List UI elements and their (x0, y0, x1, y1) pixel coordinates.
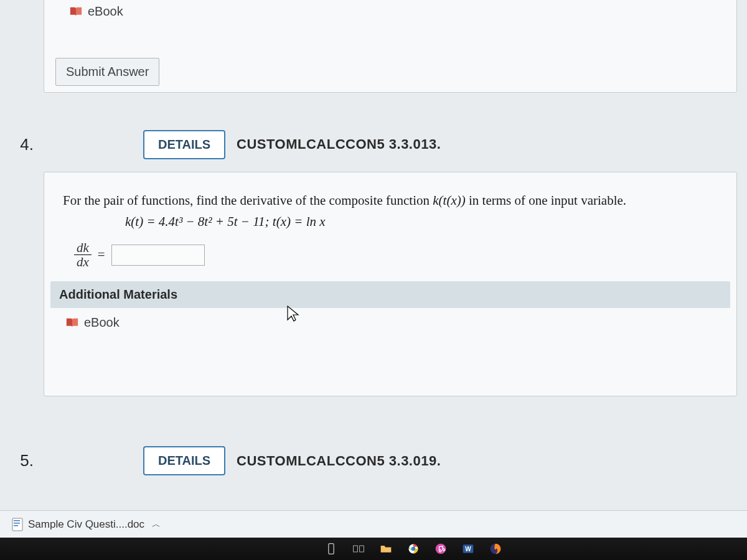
download-bar: Sample Civ Questi....doc ︿ (0, 510, 747, 538)
prompt-lead: For the pair of functions, find the deri… (63, 193, 433, 208)
additional-materials-header: Additional Materials (50, 281, 730, 308)
details-button-q5[interactable]: DETAILS (143, 446, 225, 475)
svg-rect-1 (14, 520, 20, 521)
taskbar: W (0, 538, 747, 560)
svg-text:W: W (465, 546, 471, 553)
prompt-fn: k(t(x)) (433, 193, 465, 208)
download-filename: Sample Civ Questi....doc (28, 518, 144, 531)
ebook-label: eBook (88, 4, 123, 19)
doc-icon (12, 518, 23, 531)
answer-row: dk dx = (74, 241, 718, 269)
equals-sign: = (98, 247, 105, 263)
prompt-tail: in terms of one input variable. (466, 193, 626, 208)
frac-numerator: dk (74, 241, 92, 255)
formula-text: k(t) = 4.4t³ − 8t² + 5t − 11; t(x) = ln … (125, 214, 718, 230)
question-number-4: 4. (9, 135, 34, 154)
svg-rect-3 (14, 525, 18, 526)
details-button-q4[interactable]: DETAILS (143, 130, 225, 159)
svg-rect-4 (329, 544, 334, 554)
taskbar-firefox-icon[interactable] (488, 541, 503, 556)
question-prompt: For the pair of functions, find the deri… (63, 191, 718, 211)
download-item[interactable]: Sample Civ Questi....doc ︿ (5, 515, 167, 534)
book-icon (69, 6, 83, 17)
taskbar-explorer-icon[interactable] (378, 541, 393, 556)
taskbar-phone-icon[interactable] (324, 541, 339, 556)
problem-id-q4: CUSTOMLCALCCON5 3.3.013. (237, 136, 441, 152)
answer-input[interactable] (111, 245, 205, 266)
taskbar-itunes-icon[interactable] (433, 541, 448, 556)
ebook-link-q4[interactable]: eBook (65, 315, 120, 330)
submit-answer-button[interactable]: Submit Answer (55, 58, 159, 86)
taskbar-taskview-icon[interactable] (351, 541, 366, 556)
taskbar-chrome-icon[interactable] (406, 541, 421, 556)
svg-rect-6 (360, 546, 364, 552)
derivative-fraction: dk dx (74, 241, 92, 269)
taskbar-word-icon[interactable]: W (461, 541, 476, 556)
ebook-link[interactable]: eBook (69, 4, 123, 19)
book-icon (65, 317, 79, 329)
svg-rect-2 (14, 523, 20, 524)
problem-id-q5: CUSTOMLCALCCON5 3.3.019. (237, 453, 441, 469)
frac-denominator: dx (77, 255, 89, 269)
ebook-label-q4: eBook (84, 315, 120, 330)
question-number-5: 5. (9, 451, 34, 470)
svg-rect-5 (354, 546, 358, 552)
chevron-up-icon[interactable]: ︿ (152, 519, 161, 530)
